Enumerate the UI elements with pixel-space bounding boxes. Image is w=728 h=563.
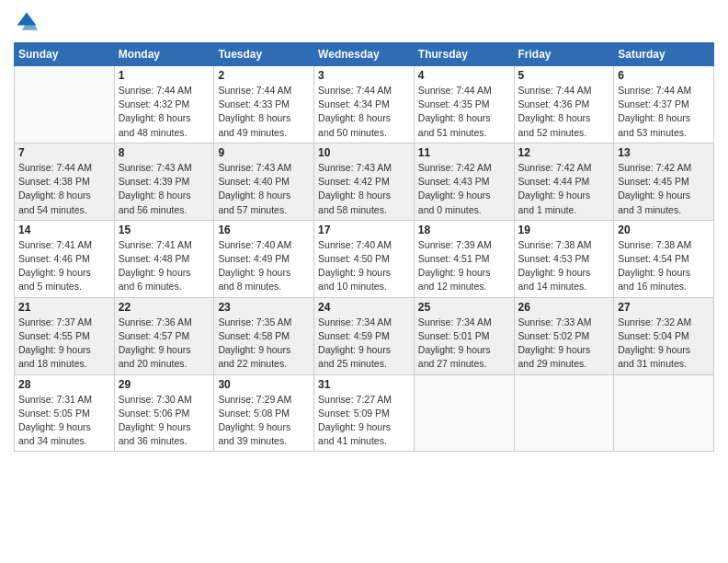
- logo-icon: [14, 9, 40, 35]
- day-info: Sunrise: 7:37 AMSunset: 4:55 PMDaylight:…: [18, 316, 110, 372]
- calendar-cell: 16Sunrise: 7:40 AMSunset: 4:49 PMDayligh…: [214, 220, 314, 297]
- day-info: Sunrise: 7:34 AMSunset: 4:59 PMDaylight:…: [318, 316, 410, 372]
- day-info: Sunrise: 7:35 AMSunset: 4:58 PMDaylight:…: [218, 316, 310, 372]
- day-number: 9: [218, 146, 310, 159]
- day-info: Sunrise: 7:41 AMSunset: 4:48 PMDaylight:…: [119, 238, 210, 294]
- col-header-tuesday: Tuesday: [214, 43, 314, 66]
- week-row-3: 14Sunrise: 7:41 AMSunset: 4:46 PMDayligh…: [15, 220, 714, 297]
- day-info: Sunrise: 7:43 AMSunset: 4:42 PMDaylight:…: [318, 161, 410, 217]
- week-row-4: 21Sunrise: 7:37 AMSunset: 4:55 PMDayligh…: [15, 297, 714, 374]
- calendar-cell: 25Sunrise: 7:34 AMSunset: 5:01 PMDayligh…: [414, 297, 514, 374]
- day-number: 27: [618, 301, 710, 314]
- calendar-cell: 4Sunrise: 7:44 AMSunset: 4:35 PMDaylight…: [414, 66, 514, 144]
- calendar-cell: 22Sunrise: 7:36 AMSunset: 4:57 PMDayligh…: [114, 297, 214, 374]
- col-header-thursday: Thursday: [414, 43, 514, 66]
- calendar-cell: 3Sunrise: 7:44 AMSunset: 4:34 PMDaylight…: [314, 66, 415, 144]
- calendar-cell: 27Sunrise: 7:32 AMSunset: 5:04 PMDayligh…: [614, 297, 714, 374]
- day-number: 21: [18, 301, 110, 314]
- day-info: Sunrise: 7:32 AMSunset: 5:04 PMDaylight:…: [618, 316, 710, 372]
- day-number: 14: [18, 224, 110, 236]
- day-info: Sunrise: 7:44 AMSunset: 4:33 PMDaylight:…: [218, 84, 310, 140]
- day-number: 18: [418, 224, 510, 236]
- day-number: 26: [518, 301, 610, 314]
- day-number: 7: [18, 146, 110, 159]
- day-info: Sunrise: 7:44 AMSunset: 4:38 PMDaylight:…: [18, 161, 110, 217]
- day-info: Sunrise: 7:31 AMSunset: 5:05 PMDaylight:…: [18, 393, 110, 449]
- day-number: 24: [318, 301, 410, 314]
- day-number: 31: [318, 378, 410, 391]
- calendar-cell: 26Sunrise: 7:33 AMSunset: 5:02 PMDayligh…: [514, 297, 614, 374]
- day-number: 6: [618, 69, 710, 82]
- calendar-cell: 6Sunrise: 7:44 AMSunset: 4:37 PMDaylight…: [614, 66, 714, 144]
- day-info: Sunrise: 7:34 AMSunset: 5:01 PMDaylight:…: [418, 316, 510, 372]
- day-info: Sunrise: 7:40 AMSunset: 4:49 PMDaylight:…: [218, 238, 310, 294]
- week-row-2: 7Sunrise: 7:44 AMSunset: 4:38 PMDaylight…: [15, 143, 714, 220]
- day-info: Sunrise: 7:42 AMSunset: 4:45 PMDaylight:…: [618, 161, 710, 217]
- calendar-cell: 15Sunrise: 7:41 AMSunset: 4:48 PMDayligh…: [114, 220, 214, 297]
- day-number: 23: [218, 301, 310, 314]
- day-info: Sunrise: 7:42 AMSunset: 4:43 PMDaylight:…: [418, 161, 510, 217]
- day-number: 4: [418, 69, 510, 82]
- day-number: 29: [119, 378, 210, 391]
- day-info: Sunrise: 7:29 AMSunset: 5:08 PMDaylight:…: [218, 393, 310, 449]
- col-header-saturday: Saturday: [614, 43, 714, 66]
- calendar-cell: 14Sunrise: 7:41 AMSunset: 4:46 PMDayligh…: [15, 220, 115, 297]
- day-number: 2: [218, 69, 310, 82]
- day-info: Sunrise: 7:39 AMSunset: 4:51 PMDaylight:…: [418, 238, 510, 294]
- col-header-friday: Friday: [514, 43, 614, 66]
- calendar-cell: 7Sunrise: 7:44 AMSunset: 4:38 PMDaylight…: [15, 143, 115, 220]
- calendar-cell: 30Sunrise: 7:29 AMSunset: 5:08 PMDayligh…: [214, 374, 314, 452]
- day-info: Sunrise: 7:38 AMSunset: 4:54 PMDaylight:…: [618, 238, 710, 294]
- calendar-cell: 1Sunrise: 7:44 AMSunset: 4:32 PMDaylight…: [114, 66, 214, 144]
- calendar-cell: 31Sunrise: 7:27 AMSunset: 5:09 PMDayligh…: [314, 374, 415, 452]
- calendar-cell: [15, 66, 115, 144]
- day-number: 28: [18, 378, 110, 391]
- day-number: 20: [618, 224, 710, 236]
- calendar-cell: 20Sunrise: 7:38 AMSunset: 4:54 PMDayligh…: [614, 220, 714, 297]
- day-info: Sunrise: 7:27 AMSunset: 5:09 PMDaylight:…: [318, 393, 410, 449]
- page: SundayMondayTuesdayWednesdayThursdayFrid…: [0, 0, 728, 563]
- day-info: Sunrise: 7:44 AMSunset: 4:32 PMDaylight:…: [119, 84, 210, 140]
- day-number: 19: [518, 224, 610, 236]
- calendar-cell: 17Sunrise: 7:40 AMSunset: 4:50 PMDayligh…: [314, 220, 415, 297]
- calendar-cell: 2Sunrise: 7:44 AMSunset: 4:33 PMDaylight…: [214, 66, 314, 144]
- day-info: Sunrise: 7:30 AMSunset: 5:06 PMDaylight:…: [119, 393, 210, 449]
- calendar-cell: 21Sunrise: 7:37 AMSunset: 4:55 PMDayligh…: [15, 297, 115, 374]
- day-info: Sunrise: 7:42 AMSunset: 4:44 PMDaylight:…: [518, 161, 610, 217]
- calendar-cell: 13Sunrise: 7:42 AMSunset: 4:45 PMDayligh…: [614, 143, 714, 220]
- calendar-cell: 11Sunrise: 7:42 AMSunset: 4:43 PMDayligh…: [414, 143, 514, 220]
- week-row-1: 1Sunrise: 7:44 AMSunset: 4:32 PMDaylight…: [15, 66, 714, 144]
- calendar-cell: [414, 374, 514, 452]
- calendar-cell: 8Sunrise: 7:43 AMSunset: 4:39 PMDaylight…: [114, 143, 214, 220]
- day-info: Sunrise: 7:40 AMSunset: 4:50 PMDaylight:…: [318, 238, 410, 294]
- day-info: Sunrise: 7:36 AMSunset: 4:57 PMDaylight:…: [119, 316, 210, 372]
- day-number: 13: [618, 146, 710, 159]
- day-info: Sunrise: 7:44 AMSunset: 4:37 PMDaylight:…: [618, 84, 710, 140]
- calendar-cell: 10Sunrise: 7:43 AMSunset: 4:42 PMDayligh…: [314, 143, 415, 220]
- col-header-wednesday: Wednesday: [314, 43, 415, 66]
- calendar-cell: 28Sunrise: 7:31 AMSunset: 5:05 PMDayligh…: [15, 374, 115, 452]
- day-number: 30: [218, 378, 310, 391]
- day-number: 25: [418, 301, 510, 314]
- day-number: 11: [418, 146, 510, 159]
- day-info: Sunrise: 7:38 AMSunset: 4:53 PMDaylight:…: [518, 238, 610, 294]
- col-header-monday: Monday: [114, 43, 214, 66]
- day-info: Sunrise: 7:44 AMSunset: 4:34 PMDaylight:…: [318, 84, 410, 140]
- day-info: Sunrise: 7:43 AMSunset: 4:39 PMDaylight:…: [119, 161, 210, 217]
- day-number: 15: [119, 224, 210, 236]
- day-number: 12: [518, 146, 610, 159]
- day-info: Sunrise: 7:44 AMSunset: 4:36 PMDaylight:…: [518, 84, 610, 140]
- calendar-cell: 9Sunrise: 7:43 AMSunset: 4:40 PMDaylight…: [214, 143, 314, 220]
- calendar-cell: [514, 374, 614, 452]
- calendar-cell: 12Sunrise: 7:42 AMSunset: 4:44 PMDayligh…: [514, 143, 614, 220]
- day-info: Sunrise: 7:33 AMSunset: 5:02 PMDaylight:…: [518, 316, 610, 372]
- calendar-cell: 24Sunrise: 7:34 AMSunset: 4:59 PMDayligh…: [314, 297, 415, 374]
- calendar-cell: 19Sunrise: 7:38 AMSunset: 4:53 PMDayligh…: [514, 220, 614, 297]
- day-info: Sunrise: 7:43 AMSunset: 4:40 PMDaylight:…: [218, 161, 310, 217]
- day-info: Sunrise: 7:44 AMSunset: 4:35 PMDaylight:…: [418, 84, 510, 140]
- week-row-5: 28Sunrise: 7:31 AMSunset: 5:05 PMDayligh…: [15, 374, 714, 452]
- day-number: 10: [318, 146, 410, 159]
- day-number: 3: [318, 69, 410, 82]
- day-number: 17: [318, 224, 410, 236]
- calendar-cell: 29Sunrise: 7:30 AMSunset: 5:06 PMDayligh…: [114, 374, 214, 452]
